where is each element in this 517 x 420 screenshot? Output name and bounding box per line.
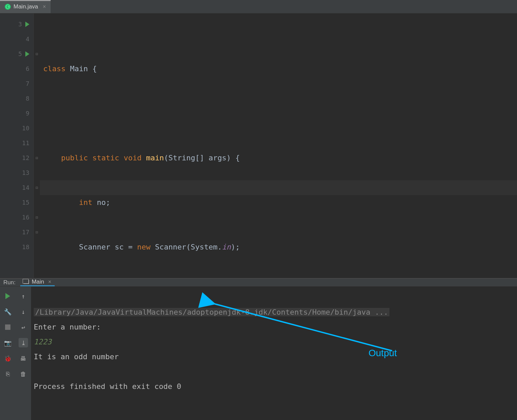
line-number: 18 [22, 240, 29, 255]
code-line: class Main { [43, 61, 517, 76]
line-number: 16 [22, 210, 29, 225]
run-toolbar-secondary: ↑ ↓ ↩ ⤓ 🖶 🗑 [16, 287, 31, 420]
line-number: 14 [22, 180, 29, 195]
line-number: 7 [26, 76, 29, 91]
stop-icon [5, 324, 10, 330]
code-line [43, 106, 517, 121]
run-toolbar-primary: 🔧 📷 🐞 ⎘ [0, 287, 16, 420]
run-gutter-icon[interactable] [25, 51, 29, 57]
line-number: 5 [18, 47, 22, 61]
line-number: 13 [22, 165, 29, 180]
line-number: 10 [22, 121, 29, 136]
file-tab-label: Main.java [13, 3, 38, 10]
run-panel: Run: Main × 🔧 📷 🐞 ⎘ ↑ ↓ ↩ ⤓ 🖶 🗑 /Library… [0, 278, 517, 420]
close-run-tab-icon[interactable]: × [48, 279, 51, 285]
fold-column: ⊟ ⊟ ⊟ ⊟ ⊟ [34, 14, 40, 278]
run-config-icon [24, 280, 29, 284]
down-button[interactable]: ↓ [19, 307, 28, 316]
file-tab-main[interactable]: C Main.java × [0, 0, 51, 13]
code-line: public static void main(String[] args) { [43, 151, 517, 165]
close-tab-icon[interactable]: × [43, 4, 46, 10]
exit-button[interactable]: 🐞 [3, 353, 12, 363]
annotation-label: Output [369, 346, 397, 361]
line-number: 3 [18, 17, 22, 32]
dump-threads-button[interactable]: 📷 [3, 338, 12, 347]
java-class-icon: C [5, 4, 11, 10]
run-body: 🔧 📷 🐞 ⎘ ↑ ↓ ↩ ⤓ 🖶 🗑 /Library/Java/JavaVi… [0, 287, 517, 420]
console-result-line: It is an odd number [34, 352, 119, 361]
code-area[interactable]: class Main { public static void main(Str… [40, 14, 517, 278]
line-number: 15 [22, 195, 29, 210]
console-exit-line: Process finished with exit code 0 [34, 382, 181, 391]
soft-wrap-button[interactable]: ↩ [19, 322, 28, 332]
code-line: int no; [43, 195, 517, 210]
run-tab-main[interactable]: Main × [20, 279, 55, 286]
line-number: 11 [22, 136, 29, 151]
run-panel-title: Run: [3, 279, 16, 286]
rerun-button[interactable] [3, 291, 12, 301]
scroll-to-end-button[interactable]: ⤓ [19, 338, 28, 347]
run-gutter-icon[interactable] [25, 22, 29, 27]
fold-end-icon: ⊟ [34, 180, 40, 195]
console-output[interactable]: /Library/Java/JavaVirtualMachines/adopto… [31, 287, 517, 420]
line-number: 9 [26, 106, 29, 121]
line-number-gutter: 3 4 5 6 7 8 9 10 11 12 13 14 15 16 17 18 [0, 14, 34, 278]
line-number: 4 [26, 32, 29, 47]
layout-button[interactable]: ⎘ [3, 369, 12, 378]
fold-end-icon: ⊟ [34, 210, 40, 225]
console-prompt-line: Enter a number: [34, 323, 105, 331]
line-number: 8 [26, 91, 29, 106]
editor-tab-bar: C Main.java × [0, 0, 517, 14]
code-line: Scanner sc = new Scanner(System.in); [43, 240, 517, 255]
line-number: 6 [26, 61, 29, 76]
line-number: 17 [22, 225, 29, 240]
line-number: 12 [22, 151, 29, 165]
code-editor[interactable]: 3 4 5 6 7 8 9 10 11 12 13 14 15 16 17 18… [0, 14, 517, 278]
console-user-input: 1223 [34, 338, 52, 346]
run-panel-header: Run: Main × [0, 279, 517, 287]
run-tab-label: Main [32, 279, 44, 285]
stop-button[interactable] [3, 322, 12, 332]
current-line-highlight [40, 180, 517, 195]
up-button[interactable]: ↑ [19, 291, 28, 301]
fold-toggle-icon[interactable]: ⊟ [34, 47, 40, 61]
print-button[interactable]: 🖶 [19, 353, 28, 363]
clear-all-button[interactable]: 🗑 [19, 369, 28, 378]
console-command-line: /Library/Java/JavaVirtualMachines/adopto… [34, 308, 389, 316]
fold-end-icon: ⊟ [34, 225, 40, 240]
fold-toggle-icon[interactable]: ⊟ [34, 151, 40, 165]
play-icon [5, 293, 10, 299]
wrench-settings-button[interactable]: 🔧 [3, 307, 12, 316]
